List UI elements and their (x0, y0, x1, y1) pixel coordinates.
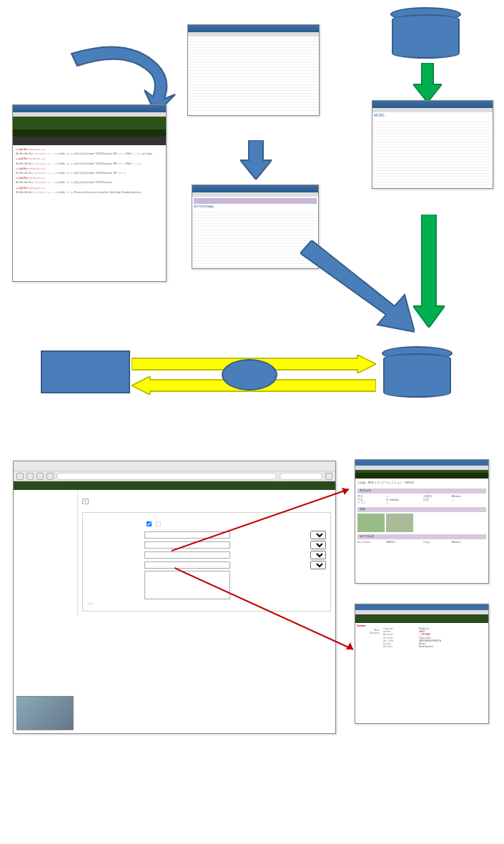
figure-1-diagram: ● 系統1 Rice コアコレクション (No.Rec, Acc.No.), コ… (0, 0, 504, 443)
search-input[interactable] (280, 473, 322, 480)
accname-match[interactable] (310, 561, 326, 569)
cross-search-browser: ? (13, 461, 336, 734)
accname-input[interactable] (144, 561, 230, 569)
api-ellipse (222, 359, 277, 391)
svg-marker-1 (342, 488, 349, 495)
naro-detail-shot: Contents About Databases CropnamePaddy r… (355, 604, 489, 724)
species-input[interactable] (144, 551, 230, 559)
browser-titlebar (14, 461, 335, 471)
home-icon[interactable] (46, 473, 54, 480)
cross-db-cylinder (383, 353, 451, 398)
forward-icon[interactable] (26, 473, 34, 480)
reload-icon[interactable] (36, 473, 44, 480)
crop-rice-checkbox[interactable] (144, 519, 154, 529)
acc-input[interactable] (144, 531, 230, 539)
search-criteria (82, 512, 331, 612)
crop-wheat-checkbox[interactable] (154, 519, 163, 529)
mcpd-naro-mock: MCPD (372, 100, 493, 189)
nbrp-browser-mock: ● 系統1 Rice コアコレクション (No.Rec, Acc.No.), コ… (12, 104, 167, 282)
back-icon[interactable] (16, 473, 24, 480)
url-input[interactable] (56, 473, 277, 480)
menu-icon[interactable] (325, 473, 332, 480)
found-text: ? (82, 499, 331, 504)
reset-button[interactable] (90, 602, 93, 605)
arrow-blue-down-center (240, 140, 272, 182)
browser-toolbar (14, 471, 335, 481)
nbrp-web-box (41, 350, 130, 393)
figure-2-diagram: ? (0, 455, 504, 770)
nbrp-detail-shot: 1 詳細 - 野生イネコアコレクション W0542 基本情報 種名— 学名O. … (355, 459, 489, 584)
svg-marker-3 (346, 642, 353, 649)
country-listbox[interactable] (144, 571, 230, 599)
acc-match[interactable] (310, 531, 326, 539)
sidebar-photo (16, 696, 74, 730)
arrow-blue-diagonal (300, 240, 415, 335)
page-header (14, 481, 335, 490)
genus-match[interactable] (310, 541, 326, 549)
arrow-green-down-naro (413, 63, 442, 104)
spreadsheet-mock-lineage (187, 24, 320, 116)
genus-input[interactable] (144, 541, 230, 549)
naro-db-cylinder (392, 14, 460, 59)
species-match[interactable] (310, 551, 326, 559)
sidebar (14, 490, 78, 616)
arrow-green-down-db (413, 215, 445, 330)
main-content: ? (78, 490, 335, 616)
